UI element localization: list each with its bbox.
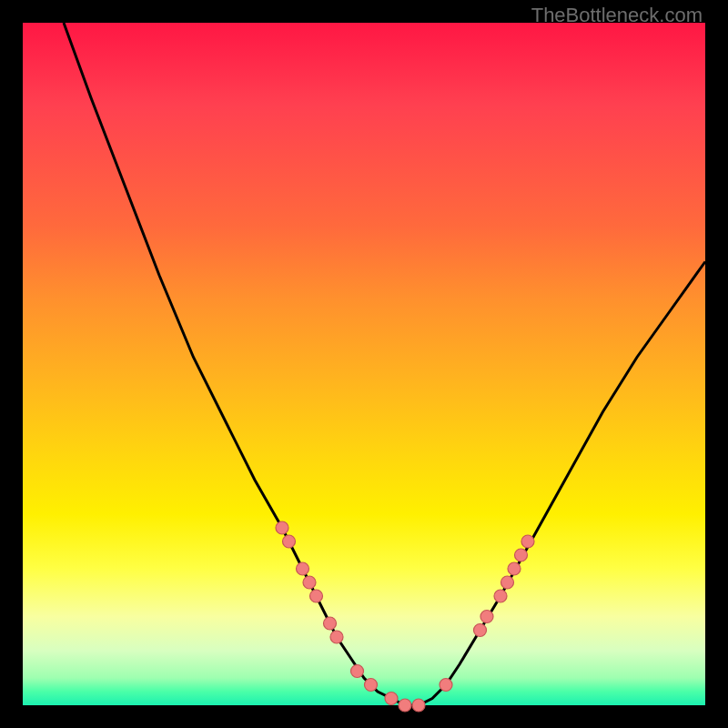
data-dot bbox=[521, 535, 534, 548]
data-dot bbox=[351, 665, 364, 678]
plot-area bbox=[23, 23, 705, 705]
data-dot bbox=[276, 521, 288, 534]
curve-svg bbox=[23, 23, 705, 705]
data-dot bbox=[283, 535, 296, 548]
data-dot bbox=[310, 590, 323, 602]
data-dot bbox=[385, 693, 398, 705]
data-dot bbox=[412, 699, 425, 712]
data-dot bbox=[501, 576, 514, 589]
data-dot bbox=[440, 679, 452, 692]
data-dots bbox=[276, 521, 534, 712]
data-dot bbox=[474, 624, 487, 637]
chart-frame: TheBottleneck.com bbox=[0, 0, 728, 728]
bottleneck-curve bbox=[64, 23, 705, 705]
data-dot bbox=[494, 590, 507, 602]
data-dot bbox=[515, 549, 528, 561]
data-dot bbox=[508, 562, 521, 575]
data-dot bbox=[303, 576, 316, 589]
data-dot bbox=[330, 631, 343, 643]
data-dot bbox=[365, 679, 378, 692]
data-dot bbox=[399, 699, 411, 712]
data-dot bbox=[297, 562, 309, 575]
data-dot bbox=[480, 611, 493, 623]
data-dot bbox=[324, 617, 337, 630]
